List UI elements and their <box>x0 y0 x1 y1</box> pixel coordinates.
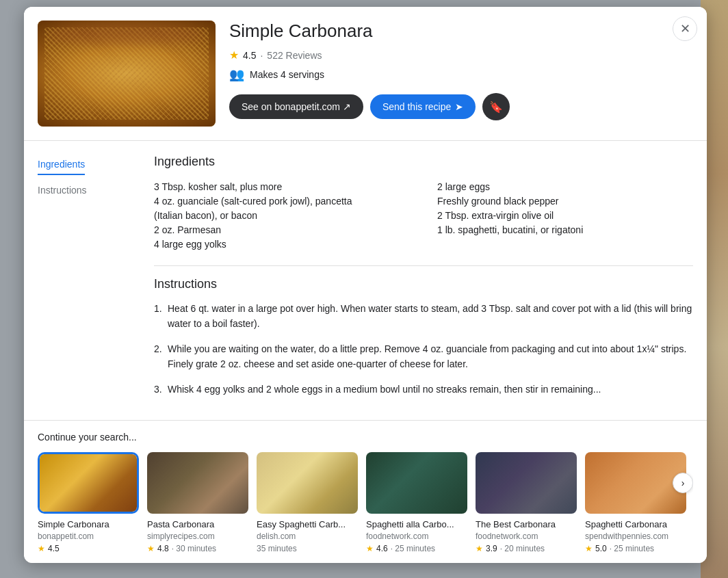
ingredients-title: Ingredients <box>154 155 693 169</box>
result-rating-value-1: 4.5 <box>48 544 60 553</box>
result-thumbnail-3 <box>257 452 358 514</box>
recipe-tabs: Ingredients Instructions <box>24 155 154 420</box>
result-name-3: Easy Spaghetti Carb... <box>257 519 358 529</box>
ingredient-item: 2 large eggs <box>437 180 693 194</box>
result-thumbnail-4 <box>366 452 467 514</box>
result-name-1: Simple Carbonara <box>38 519 139 529</box>
result-name-6: Spaghetti Carbonara <box>585 519 686 529</box>
bookmark-button[interactable]: 🔖 <box>482 93 510 120</box>
ingredients-grid: 3 Tbsp. kosher salt, plus more 4 oz. gua… <box>154 180 693 252</box>
result-img-6 <box>585 452 686 514</box>
recipe-rating: ★ 4.5 · 522 Reviews <box>229 49 693 62</box>
result-name-4: Spaghetti alla Carbo... <box>366 519 467 529</box>
step-number-2: 2. <box>154 341 162 356</box>
result-star-4: ★ <box>366 544 374 553</box>
result-meta-3-only: 35 minutes <box>257 544 358 553</box>
instruction-step-1: 1. Heat 6 qt. water in a large pot over … <box>154 301 693 332</box>
send-recipe-button[interactable]: Send this recipe ➤ <box>370 94 476 119</box>
bookmark-icon: 🔖 <box>489 101 503 114</box>
ingredient-item: 2 Tbsp. extra-virgin olive oil <box>437 209 693 223</box>
result-card-1[interactable]: Simple Carbonara bonappetit.com ★ 4.5 <box>38 452 139 553</box>
tab-ingredients[interactable]: Ingredients <box>38 155 85 175</box>
ingredients-right-column: 2 large eggs Freshly ground black pepper… <box>437 180 693 252</box>
result-source-6: spendwithpennies.com <box>585 531 686 541</box>
result-star-2: ★ <box>147 544 155 553</box>
recipe-servings: 👥 Makes 4 servings <box>229 67 693 82</box>
ingredient-item: 4 large egg yolks <box>154 237 410 252</box>
close-button[interactable]: ✕ <box>673 16 697 41</box>
step-number-3: 3. <box>154 382 162 397</box>
result-img-1 <box>40 454 137 512</box>
result-source-5: foodnetwork.com <box>476 531 577 541</box>
recipe-actions: See on bonappetit.com ↗ Send this recipe… <box>229 93 693 120</box>
recipe-body: Ingredients 3 Tbsp. kosher salt, plus mo… <box>154 155 707 420</box>
recipe-thumbnail <box>38 21 216 127</box>
result-meta-5: · 20 minutes <box>500 544 545 553</box>
result-img-2 <box>147 452 248 514</box>
result-img-5 <box>476 452 577 514</box>
star-icon: ★ <box>229 49 239 62</box>
instruction-step-2: 2. While you are waiting on the water, d… <box>154 341 693 372</box>
result-rating-value-6: 5.0 <box>595 544 607 553</box>
rating-value: 4.5 <box>243 50 256 61</box>
result-card-5[interactable]: The Best Carbonara foodnetwork.com ★ 3.9… <box>476 452 577 553</box>
result-img-3 <box>257 452 358 514</box>
next-results-button[interactable]: › <box>673 473 693 493</box>
recipe-info: Simple Carbonara ★ 4.5 · 522 Reviews 👥 M… <box>216 21 693 120</box>
result-thumbnail-2 <box>147 452 248 514</box>
result-img-4 <box>366 452 467 514</box>
result-card-3[interactable]: Easy Spaghetti Carb... delish.com 35 min… <box>257 452 358 553</box>
instructions-title: Instructions <box>154 277 693 291</box>
result-source-2: simplyrecipes.com <box>147 531 248 541</box>
result-thumbnail-6 <box>585 452 686 514</box>
result-name-5: The Best Carbonara <box>476 519 577 529</box>
section-divider <box>154 265 693 266</box>
ingredient-item: 1 lb. spaghetti, bucatini, or rigatoni <box>437 223 693 237</box>
result-source-1: bonappetit.com <box>38 531 139 541</box>
continue-search-section: Continue your search... Simple Carbonara… <box>24 420 707 563</box>
result-meta-3: 35 minutes <box>257 544 297 553</box>
step-number-1: 1. <box>154 301 162 316</box>
result-rating-6: ★ 5.0 · 25 minutes <box>585 544 686 553</box>
result-card-4[interactable]: Spaghetti alla Carbo... foodnetwork.com … <box>366 452 467 553</box>
recipe-header: Simple Carbonara ★ 4.5 · 522 Reviews 👥 M… <box>24 7 707 141</box>
result-rating-value-4: 4.6 <box>376 544 388 553</box>
send-recipe-label: Send this recipe <box>382 101 451 112</box>
result-source-4: foodnetwork.com <box>366 531 467 541</box>
result-rating-2: ★ 4.8 · 30 minutes <box>147 544 248 553</box>
ingredient-item: 3 Tbsp. kosher salt, plus more <box>154 180 410 194</box>
result-star-1: ★ <box>38 544 45 553</box>
ingredients-section: Ingredients 3 Tbsp. kosher salt, plus mo… <box>154 155 693 252</box>
pasta-image <box>38 21 216 127</box>
servings-text: Makes 4 servings <box>250 69 324 80</box>
result-thumbnail-5 <box>476 452 577 514</box>
result-meta-6: · 25 minutes <box>610 544 654 553</box>
result-name-2: Pasta Carbonara <box>147 519 248 529</box>
servings-icon: 👥 <box>229 67 244 82</box>
ingredient-item: 4 oz. guanciale (salt-cured pork jowl), … <box>154 194 410 223</box>
instruction-step-3: 3. Whisk 4 egg yolks and 2 whole eggs in… <box>154 382 693 397</box>
instructions-section: Instructions 1. Heat 6 qt. water in a la… <box>154 277 693 420</box>
result-rating-value-5: 3.9 <box>486 544 497 553</box>
rating-count: 522 Reviews <box>267 50 322 61</box>
see-on-site-button[interactable]: See on bonappetit.com ↗ <box>229 94 363 119</box>
result-star-6: ★ <box>585 544 593 553</box>
result-star-5: ★ <box>476 544 483 553</box>
result-card-6[interactable]: Spaghetti Carbonara spendwithpennies.com… <box>585 452 686 553</box>
recipe-title: Simple Carbonara <box>229 21 693 42</box>
result-rating-4: ★ 4.6 · 25 minutes <box>366 544 467 553</box>
continue-search-title: Continue your search... <box>38 432 693 443</box>
result-rating-5: ★ 3.9 · 20 minutes <box>476 544 577 553</box>
ingredient-item: Freshly ground black pepper <box>437 194 693 209</box>
recipe-modal: Simple Carbonara ★ 4.5 · 522 Reviews 👥 M… <box>24 7 707 563</box>
result-source-3: delish.com <box>257 531 358 541</box>
ingredients-left-column: 3 Tbsp. kosher salt, plus more 4 oz. gua… <box>154 180 410 252</box>
result-meta-2: · 30 minutes <box>172 544 216 553</box>
result-rating-1: ★ 4.5 <box>38 544 139 553</box>
result-card-2[interactable]: Pasta Carbonara simplyrecipes.com ★ 4.8 … <box>147 452 248 553</box>
tab-instructions[interactable]: Instructions <box>38 181 140 200</box>
send-icon: ➤ <box>455 101 463 112</box>
recipe-content: Ingredients Instructions Ingredients 3 T… <box>24 141 707 420</box>
search-results-list: Simple Carbonara bonappetit.com ★ 4.5 Pa… <box>38 452 693 553</box>
result-rating-value-2: 4.8 <box>157 544 169 553</box>
